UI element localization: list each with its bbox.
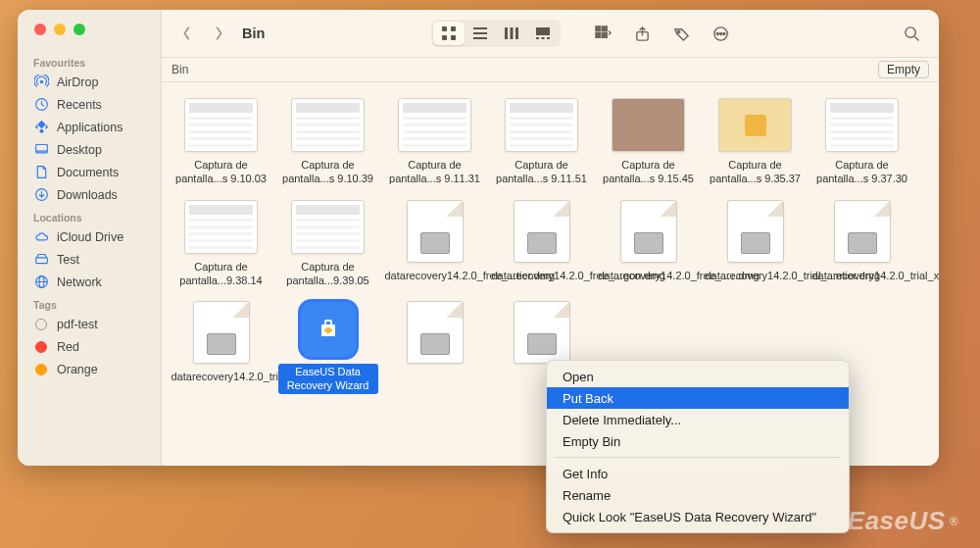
minimize-window-button[interactable] [54, 24, 66, 35]
file-item[interactable]: Captura de pantalla...s 9.10.39 [274, 98, 381, 186]
menu-item-quick-look-easeus-data-recovery-wizard[interactable]: Quick Look "EaseUS Data Recovery Wizard" [547, 506, 849, 527]
svg-rect-5 [35, 258, 47, 264]
svg-rect-36 [325, 321, 331, 325]
file-label: Captura de pantalla...s 9.35.37 [706, 158, 806, 186]
clock-icon [33, 97, 49, 113]
menu-item-delete-immediately[interactable]: Delete Immediately... [547, 409, 849, 430]
forward-button[interactable] [207, 22, 230, 45]
sidebar-item-recents[interactable]: Recents [18, 93, 161, 116]
icon-view-button[interactable] [433, 22, 465, 45]
file-item[interactable]: EaseUS Data Recovery Wizard [274, 301, 381, 394]
file-thumbnail [514, 301, 570, 364]
list-view-button[interactable] [465, 22, 496, 45]
file-item[interactable]: Captura de pantalla...s 9.37.30 [808, 98, 915, 186]
file-thumbnail [727, 200, 784, 263]
file-item[interactable]: datarecovery14.2.0_trial_xagon.dmg [808, 200, 915, 288]
file-item[interactable]: datarecovery14.2.0_free_...↓.dmg [595, 200, 702, 288]
file-item[interactable]: Captura de pantalla...s 9.15.45 [595, 98, 702, 186]
sidebar-item-label: Orange [57, 363, 98, 376]
file-thumbnail [193, 301, 250, 364]
close-window-button[interactable] [34, 24, 46, 35]
file-item[interactable]: datarecovery14.2.0_trial_...↓.dmg [168, 301, 274, 394]
back-button[interactable] [175, 22, 199, 45]
tags-button[interactable] [668, 21, 694, 46]
share-button[interactable] [629, 21, 655, 46]
file-item[interactable]: Captura de pantalla...9.38.14 [168, 200, 274, 288]
watermark: EaseUS® [848, 506, 958, 536]
file-item[interactable]: datarecovery14.2.0_free_...gon.dmg [488, 200, 595, 288]
file-item[interactable]: datarecovery14.2.0_free_...tier.dmg [381, 200, 488, 288]
sidebar-item-label: Desktop [57, 143, 102, 157]
file-thumbnail [184, 98, 258, 152]
file-item[interactable] [381, 301, 488, 394]
toolbar: Bin [162, 10, 939, 57]
menu-item-empty-bin[interactable]: Empty Bin [547, 430, 849, 452]
fullscreen-window-button[interactable] [74, 24, 85, 35]
file-thumbnail [300, 301, 357, 358]
file-item[interactable]: Captura de pantalla...s 9.11.31 [381, 98, 488, 186]
file-label: Captura de pantalla...s 9.11.31 [385, 158, 485, 186]
search-button[interactable] [900, 21, 925, 46]
path-bar: Bin Empty [162, 57, 939, 82]
sidebar-item-pdf-test[interactable]: pdf-test [18, 313, 161, 335]
menu-item-put-back[interactable]: Put Back [547, 387, 849, 409]
menu-item-get-info[interactable]: Get Info [547, 463, 849, 484]
download-icon [33, 187, 49, 203]
sidebar-item-label: Recents [57, 98, 102, 112]
file-item[interactable]: Captura de pantalla...9.39.05 [274, 200, 381, 288]
sidebar-item-downloads[interactable]: Downloads [18, 183, 161, 206]
group-by-button[interactable] [590, 21, 615, 46]
apps-icon [33, 120, 49, 135]
sidebar-item-orange[interactable]: Orange [18, 358, 161, 380]
svg-rect-22 [547, 37, 550, 39]
svg-rect-19 [536, 27, 550, 35]
tag-color-icon [33, 362, 49, 377]
svg-rect-21 [542, 37, 545, 39]
svg-rect-10 [451, 26, 456, 31]
sidebar-item-red[interactable]: Red [18, 335, 161, 358]
svg-rect-24 [596, 32, 601, 37]
svg-rect-13 [473, 27, 487, 29]
menu-item-open[interactable]: Open [547, 366, 849, 387]
svg-point-32 [723, 32, 725, 34]
sidebar-item-apps[interactable]: Applications [18, 116, 161, 138]
sidebar-item-label: Red [57, 340, 79, 354]
sidebar-item-icloud[interactable]: iCloud Drive [18, 225, 161, 248]
file-item[interactable]: Captura de pantalla...s 9.10.03 [168, 98, 274, 186]
menu-item-rename[interactable]: Rename [547, 484, 849, 506]
sidebar-item-label: Test [57, 253, 79, 267]
file-label: datarecovery14.2.0_trial_...↓.dmg [172, 370, 271, 383]
file-label: datarecovery14.2.0_free_...tier.dmg [385, 269, 485, 282]
sidebar-item-desktop[interactable]: Desktop [18, 138, 161, 161]
menu-separator [555, 457, 841, 458]
sidebar-item-label: Documents [57, 166, 119, 179]
sidebar-item-test[interactable]: Test [18, 248, 161, 271]
sidebar-section-label: Favourites [18, 51, 161, 71]
file-thumbnail [407, 200, 464, 263]
svg-point-0 [39, 80, 42, 83]
file-thumbnail [834, 200, 891, 263]
file-item[interactable]: Captura de pantalla...s 9.35.37 [702, 98, 808, 186]
sidebar-item-label: Downloads [57, 188, 118, 202]
airdrop-icon [33, 75, 49, 90]
actions-button[interactable] [708, 21, 733, 46]
path-text: Bin [172, 63, 188, 76]
sidebar-item-label: pdf-test [57, 318, 98, 331]
svg-point-33 [906, 26, 915, 36]
column-view-button[interactable] [496, 22, 527, 45]
sidebar-item-label: Network [57, 275, 102, 289]
empty-trash-button[interactable]: Empty [878, 61, 929, 78]
sidebar-item-label: Applications [57, 121, 122, 134]
file-thumbnail [718, 98, 792, 152]
sidebar-item-network[interactable]: Network [18, 271, 161, 293]
file-item[interactable]: datarecovery14.2.0_trial_...ntier.dmg [702, 200, 808, 288]
window-title: Bin [242, 25, 265, 41]
file-label: Captura de pantalla...s 9.37.30 [812, 158, 912, 186]
sidebar-item-label: iCloud Drive [57, 230, 123, 244]
sidebar-item-docs[interactable]: Documents [18, 161, 161, 183]
file-label: Captura de pantalla...9.38.14 [172, 260, 271, 288]
gallery-view-button[interactable] [527, 22, 559, 45]
file-label: datarecovery14.2.0_free_...gon.dmg [492, 269, 592, 282]
file-item[interactable]: Captura de pantalla...s 9.11.51 [488, 98, 595, 186]
sidebar-item-airdrop[interactable]: AirDrop [18, 71, 161, 93]
